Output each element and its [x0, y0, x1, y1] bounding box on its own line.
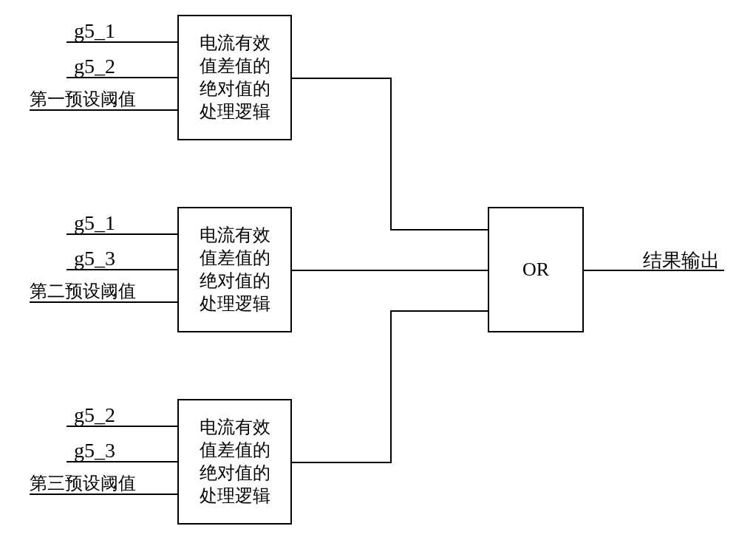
- logic-block-2-label: 电流有效 值差值的 绝对值的 处理逻辑: [200, 224, 270, 316]
- wire: [30, 494, 177, 495]
- wire: [30, 109, 177, 111]
- wire: [390, 310, 488, 312]
- input-g5-3-block3: g5_3: [74, 439, 115, 462]
- input-threshold-2: 第二预设阈值: [30, 279, 136, 303]
- wire: [67, 461, 177, 462]
- wire: [390, 229, 488, 231]
- wire: [30, 301, 177, 303]
- input-g5-2-block1: g5_2: [74, 55, 115, 78]
- input-threshold-1: 第一预设阈值: [30, 87, 136, 111]
- wire: [67, 233, 177, 235]
- wire: [292, 78, 392, 79]
- logic-block-3-label: 电流有效 值差值的 绝对值的 处理逻辑: [200, 416, 270, 508]
- input-g5-1-block1: g5_1: [74, 19, 115, 43]
- input-g5-1-block2: g5_1: [74, 211, 115, 235]
- wire: [67, 41, 177, 43]
- logic-block-3: 电流有效 值差值的 绝对值的 处理逻辑: [177, 399, 292, 525]
- or-gate-label: OR: [522, 259, 549, 281]
- logic-block-2: 电流有效 值差值的 绝对值的 处理逻辑: [177, 207, 292, 332]
- input-g5-3-block2: g5_3: [74, 247, 115, 270]
- wire: [584, 270, 724, 271]
- wire: [67, 77, 177, 78]
- input-g5-2-block3: g5_2: [74, 403, 115, 427]
- or-gate: OR: [488, 207, 584, 332]
- wire: [292, 462, 392, 463]
- wire: [390, 310, 392, 463]
- wire: [67, 426, 177, 427]
- logic-block-1-label: 电流有效 值差值的 绝对值的 处理逻辑: [200, 32, 270, 124]
- wire: [292, 270, 488, 271]
- wire: [390, 78, 392, 229]
- wire: [67, 269, 177, 270]
- input-threshold-3: 第三预设阈值: [30, 471, 136, 495]
- logic-block-1: 电流有效 值差值的 绝对值的 处理逻辑: [177, 15, 292, 140]
